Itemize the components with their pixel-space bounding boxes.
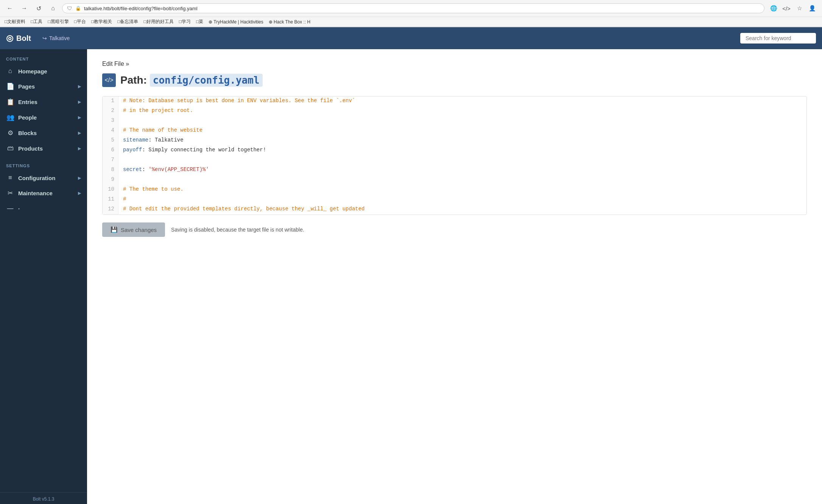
code-line: 11 # [103,195,806,205]
sidebar-item-label: Pages [18,83,74,90]
save-changes-button[interactable]: 💾 Save changes [102,222,165,237]
sidebar: CONTENT ⌂ Homepage 📄 Pages ▶ 📋 Entries ▶… [0,49,87,504]
page-title: Path: config/config.yaml [120,74,263,86]
sidebar-item-label: Configuration [18,175,74,181]
sidebar-item-label: People [18,114,74,121]
code-line: 6 payoff: Simply connecting the world to… [103,146,806,156]
content-section-label: CONTENT [0,49,87,64]
sidebar-item-blocks[interactable]: ⚙ Blocks ▶ [0,125,87,141]
top-nav: ◎ Bolt ↪ Talkative [0,27,822,49]
bookmark-item[interactable]: □黑暗引擎 [48,19,69,25]
save-notice: Saving is disabled, because the target f… [171,227,304,233]
profile-button[interactable]: 👤 [807,3,817,14]
bookmarks-bar: □文献资料 □工具 □黑暗引擎 □平台 □教学相关 □备忘清单 □好用的好工具 … [0,17,822,27]
main-content: Edit File » </> Path: config/config.yaml… [87,49,822,504]
site-arrow-icon: ↪ [42,35,47,41]
sidebar-item-label: Entries [18,99,74,105]
bookmark-item[interactable]: □工具 [31,19,42,25]
sidebar-item-homepage[interactable]: ⌂ Homepage [0,64,87,79]
code-line: 12 # Dont edit the provided templates di… [103,205,806,215]
code-editor[interactable]: 1 # Note: Database setup is best done in… [102,96,807,215]
devtools-button[interactable]: </> [781,3,792,14]
brand-label: Bolt [16,34,31,43]
url-text: talkative.htb/bolt/file-edit/config?file… [84,6,198,11]
browser-actions: 🌐 </> ☆ 👤 [768,3,817,14]
refresh-button[interactable]: ↺ [33,3,44,14]
sidebar-item-maintenance[interactable]: ✂ Maintenance ▶ [0,185,87,201]
bookmark-item[interactable]: □文献资料 [5,19,25,25]
sidebar-item-label: · [18,205,81,212]
page-title-row: </> Path: config/config.yaml [102,73,807,87]
products-icon: 🗃 [6,145,14,152]
bookmark-item[interactable]: ⊕ TryHackMe | Hacktivities [209,19,263,25]
code-line: 2 # in the project root. [103,106,806,116]
browser-chrome: ← → ↺ ⌂ 🛡 🔒 talkative.htb/bolt/file-edit… [0,0,822,27]
path-value: config/config.yaml [150,74,263,87]
maintenance-icon: ✂ [6,189,14,197]
file-icon-symbol: </> [104,77,113,84]
sidebar-item-people[interactable]: 👥 People ▶ [0,110,87,125]
shield-icon: 🛡 [67,5,72,11]
code-line: 8 secret: '%env(APP_SECRET)%' [103,165,806,175]
bookmark-item[interactable]: □教学相关 [91,19,112,25]
brand: ◎ Bolt [6,33,31,43]
blocks-icon: ⚙ [6,129,14,137]
browser-toolbar: ← → ↺ ⌂ 🛡 🔒 talkative.htb/bolt/file-edit… [0,0,822,17]
address-bar[interactable]: 🛡 🔒 talkative.htb/bolt/file-edit/config?… [62,3,764,13]
people-icon: 👥 [6,114,14,121]
sidebar-item-entries[interactable]: 📋 Entries ▶ [0,94,87,110]
sidebar-item-label: Homepage [18,68,81,75]
home-icon: ⌂ [6,67,14,75]
bolt-logo-icon: ◎ [6,33,13,43]
code-line: 1 # Note: Database setup is best done in… [103,96,806,106]
version-label: Bolt v5.1.3 [0,492,87,504]
search-input[interactable] [740,33,816,44]
chevron-right-icon: ▶ [78,84,81,89]
sidebar-item-extra[interactable]: — · [0,201,87,216]
settings-section-label: SETTINGS [0,156,87,170]
code-line: 9 [103,175,806,185]
code-line: 7 [103,156,806,165]
code-line: 5 sitename: Talkative [103,136,806,146]
chevron-right-icon: ▶ [78,131,81,135]
sidebar-item-label: Products [18,145,74,152]
chevron-right-icon: ▶ [78,176,81,180]
back-button[interactable]: ← [5,3,15,14]
code-line: 3 [103,116,806,126]
chevron-right-icon: ▶ [78,115,81,120]
lock-icon: 🔒 [75,6,81,11]
forward-button[interactable]: → [19,3,30,14]
sidebar-item-label: Blocks [18,130,74,136]
save-btn-label: Save changes [121,227,157,233]
chevron-right-icon: ▶ [78,146,81,151]
minus-icon: — [6,205,14,212]
breadcrumb: Edit File » [102,61,807,67]
sidebar-item-pages[interactable]: 📄 Pages ▶ [0,79,87,94]
sidebar-item-configuration[interactable]: ≡ Configuration ▶ [0,170,87,185]
translate-button[interactable]: 🌐 [768,3,779,14]
sidebar-item-label: Maintenance [18,190,74,196]
sidebar-item-products[interactable]: 🗃 Products ▶ [0,141,87,156]
title-prefix: Path: [120,74,147,86]
app-container: ◎ Bolt ↪ Talkative CONTENT ⌂ Homepage 📄 … [0,27,822,504]
bookmark-item[interactable]: □好用的好工具 [144,19,174,25]
bookmark-item[interactable]: □备忘清单 [117,19,138,25]
configuration-icon: ≡ [6,174,14,182]
bookmark-item[interactable]: ⊕ Hack The Box :: H [269,19,310,25]
save-icon: 💾 [111,226,118,233]
pages-icon: 📄 [6,82,14,90]
chevron-right-icon: ▶ [78,100,81,104]
code-line: 4 # The name of the website [103,126,806,136]
bookmark-item[interactable]: □平台 [74,19,86,25]
home-button[interactable]: ⌂ [48,3,58,14]
entries-icon: 📋 [6,98,14,106]
bookmark-item[interactable]: □菜 [196,19,203,25]
bookmark-item[interactable]: □学习 [179,19,191,25]
site-label: Talkative [49,35,70,41]
main-layout: CONTENT ⌂ Homepage 📄 Pages ▶ 📋 Entries ▶… [0,49,822,504]
save-area: 💾 Save changes Saving is disabled, becau… [102,222,807,237]
file-edit-icon: </> [102,73,116,87]
site-link[interactable]: ↪ Talkative [42,35,70,41]
bookmark-button[interactable]: ☆ [794,3,805,14]
chevron-right-icon: ▶ [78,191,81,196]
